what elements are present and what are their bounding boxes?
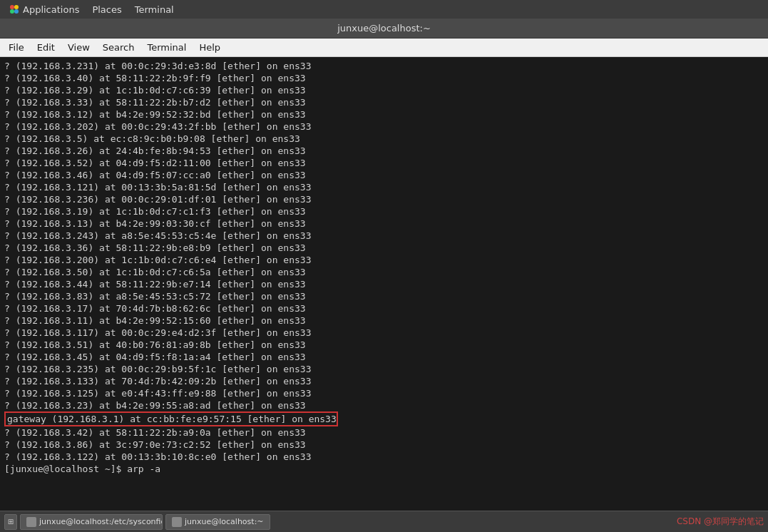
terminal-line: ? (192.168.3.50) at 1c:1b:0d:c7:c6:5a [e… xyxy=(4,266,764,278)
watermark: CSDN @郑同学的笔记 xyxy=(677,516,764,528)
terminal-line: ? (192.168.3.40) at 58:11:22:2b:9f:f9 [e… xyxy=(4,72,764,84)
terminal-line: ? (192.168.3.200) at 1c:1b:0d:c7:c6:e4 [… xyxy=(4,254,764,266)
svg-point-1 xyxy=(14,5,19,9)
view-menu[interactable]: View xyxy=(62,41,96,54)
terminal-icon-1 xyxy=(26,517,36,527)
edit-menu[interactable]: Edit xyxy=(31,41,61,54)
terminal-content: ? (192.168.3.231) at 00:0c:29:3d:e3:8d [… xyxy=(0,57,768,511)
terminal-line: ? (192.168.3.46) at 04:d9:f5:07:cc:a0 [e… xyxy=(4,169,764,181)
svg-point-0 xyxy=(10,5,14,9)
terminal-line: ? (192.168.3.121) at 00:13:3b:5a:81:5d [… xyxy=(4,181,764,193)
terminal-line: ? (192.168.3.83) at a8:5e:45:53:c5:72 [e… xyxy=(4,290,764,302)
svg-point-2 xyxy=(10,9,14,14)
terminal-line: ? (192.168.3.44) at 58:11:22:9b:e7:14 [e… xyxy=(4,278,764,290)
terminal-line: ? (192.168.3.52) at 04:d9:f5:d2:11:00 [e… xyxy=(4,157,764,169)
logo-icon xyxy=(9,4,20,15)
title-bar: junxue@localhost:~ xyxy=(0,19,768,39)
terminal-line: ? (192.168.3.29) at 1c:1b:0d:c7:c6:39 [e… xyxy=(4,84,764,96)
terminal-icon-2 xyxy=(172,517,182,527)
taskbar-btn-1[interactable]: junxue@localhost:/etc/sysconfig/net... xyxy=(20,514,163,530)
terminal-line: ? (192.168.3.5) at ec:c8:9c:b0:b9:08 [et… xyxy=(4,133,764,145)
desktop-button[interactable]: ⊞ xyxy=(4,514,17,530)
terminal-line: ? (192.168.3.17) at 70:4d:7b:b8:62:6c [e… xyxy=(4,302,764,314)
taskbar: ⊞ junxue@localhost:/etc/sysconfig/net...… xyxy=(0,511,768,532)
places-menu[interactable]: Places xyxy=(86,3,127,16)
search-menu[interactable]: Search xyxy=(97,41,140,54)
terminal-line: ? (192.168.3.45) at 04:d9:f5:f8:1a:a4 [e… xyxy=(4,351,764,363)
applications-menu[interactable]: Applications xyxy=(3,2,85,16)
terminal-line: ? (192.168.3.122) at 00:13:3b:10:8c:e0 [… xyxy=(4,451,764,463)
terminal-prompt[interactable]: [junxue@localhost ~]$ arp -a xyxy=(4,463,764,475)
terminal-line: ? (192.168.3.42) at 58:11:22:2b:a9:0a [e… xyxy=(4,426,764,439)
terminal-line: ? (192.168.3.12) at b4:2e:99:52:32:bd [e… xyxy=(4,108,764,121)
terminal-line: ? (192.168.3.231) at 00:0c:29:3d:e3:8d [… xyxy=(4,60,764,72)
top-menubar: Applications Places Terminal xyxy=(0,0,768,19)
terminal-menu[interactable]: Terminal xyxy=(129,3,180,16)
terminal-line: ? (192.168.3.36) at 58:11:22:9b:e8:b9 [e… xyxy=(4,242,764,254)
taskbar-btn-2[interactable]: junxue@localhost:~ xyxy=(165,514,270,530)
app-menubar: File Edit View Search Terminal Help xyxy=(0,39,768,57)
terminal-line: ? (192.168.3.133) at 70:4d:7b:42:09:2b [… xyxy=(4,375,764,387)
terminal-line: ? (192.168.3.86) at 3c:97:0e:73:c2:52 [e… xyxy=(4,439,764,451)
terminal-line: ? (192.168.3.23) at b4:2e:99:55:a8:ad [e… xyxy=(4,399,764,411)
terminal-line: ? (192.168.3.11) at b4:2e:99:52:15:60 [e… xyxy=(4,314,764,327)
terminal-line: ? (192.168.3.19) at 1c:1b:0d:c7:c1:f3 [e… xyxy=(4,205,764,218)
terminal-line: ? (192.168.3.117) at 00:0c:29:e4:d2:3f [… xyxy=(4,327,764,339)
terminal-line: ? (192.168.3.26) at 24:4b:fe:8b:94:53 [e… xyxy=(4,145,764,157)
terminal-app-menu[interactable]: Terminal xyxy=(141,41,192,54)
terminal-line: ? (192.168.3.235) at 00:0c:29:b9:5f:1c [… xyxy=(4,363,764,375)
terminal-line: ? (192.168.3.125) at e0:4f:43:ff:e9:88 [… xyxy=(4,387,764,399)
terminal-line: ? (192.168.3.33) at 58:11:22:2b:b7:d2 [e… xyxy=(4,96,764,108)
window-title: junxue@localhost:~ xyxy=(337,23,431,34)
highlighted-gateway-line: gateway (192.168.3.1) at cc:bb:fe:e9:57:… xyxy=(4,411,338,426)
terminal-line: ? (192.168.3.13) at b4:2e:99:03:30:cf [e… xyxy=(4,218,764,230)
terminal-line: ? (192.168.3.236) at 00:0c:29:01:df:01 [… xyxy=(4,193,764,205)
terminal-line: ? (192.168.3.202) at 00:0c:29:43:2f:bb [… xyxy=(4,121,764,133)
terminal-line: ? (192.168.3.51) at 40:b0:76:81:a9:8b [e… xyxy=(4,339,764,351)
file-menu[interactable]: File xyxy=(3,41,30,54)
terminal-line: ? (192.168.3.243) at a8:5e:45:53:c5:4e [… xyxy=(4,230,764,242)
svg-point-3 xyxy=(14,9,19,14)
help-menu[interactable]: Help xyxy=(193,41,226,54)
